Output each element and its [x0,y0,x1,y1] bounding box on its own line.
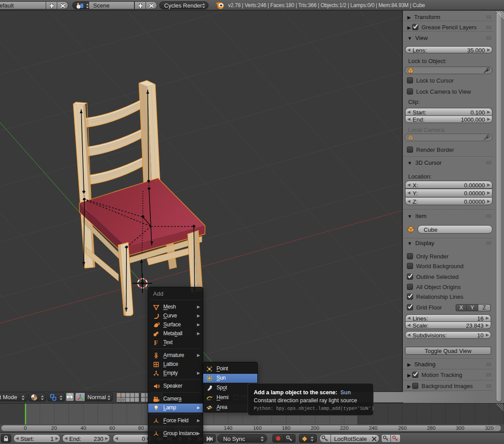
svg-text:F: F [154,340,158,346]
